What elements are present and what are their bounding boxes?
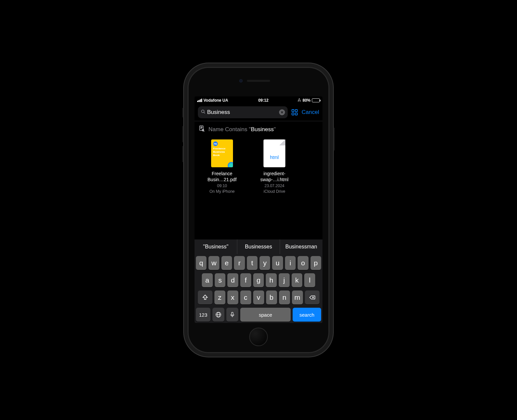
doc-search-icon bbox=[199, 125, 205, 133]
suggestion-2[interactable]: Businesses bbox=[237, 239, 280, 254]
backspace-key[interactable] bbox=[305, 290, 319, 304]
cancel-button[interactable]: Cancel bbox=[302, 109, 319, 116]
key-f[interactable]: f bbox=[240, 273, 251, 287]
file-thumbnail: FB Freelance Business Book bbox=[211, 139, 233, 167]
key-s[interactable]: s bbox=[215, 273, 226, 287]
svg-rect-8 bbox=[200, 126, 203, 131]
predictive-row: "Business" Businesses Businessman bbox=[195, 239, 322, 254]
file-item-pdf[interactable]: FB Freelance Business Book FreelanceBusi… bbox=[201, 139, 244, 194]
svg-rect-7 bbox=[295, 113, 297, 115]
file-name: FreelanceBusin…21.pdf bbox=[207, 171, 237, 183]
key-a[interactable]: a bbox=[202, 273, 213, 287]
file-thumbnail: html bbox=[263, 139, 285, 167]
file-name: ingredient-swap-…i.html bbox=[260, 171, 289, 183]
key-q[interactable]: q bbox=[196, 256, 206, 270]
mute-switch bbox=[183, 108, 184, 118]
key-l[interactable]: l bbox=[304, 273, 315, 287]
key-x[interactable]: x bbox=[227, 290, 238, 304]
files-grid: FB Freelance Business Book FreelanceBusi… bbox=[195, 136, 322, 197]
keyboard: qwertyuiop asdfghjkl zxcvbnm 123 bbox=[195, 254, 322, 323]
globe-key[interactable] bbox=[212, 308, 224, 322]
front-camera bbox=[239, 79, 243, 82]
key-d[interactable]: d bbox=[227, 273, 238, 287]
key-i[interactable]: i bbox=[285, 256, 296, 270]
svg-point-0 bbox=[201, 110, 204, 113]
search-input[interactable] bbox=[207, 109, 279, 116]
key-y[interactable]: y bbox=[259, 256, 270, 270]
cover-badge: FB bbox=[213, 141, 218, 146]
clock: 09:12 bbox=[258, 98, 268, 103]
battery-icon bbox=[312, 98, 320, 102]
numbers-key[interactable]: 123 bbox=[196, 308, 210, 322]
file-location: On My iPhone bbox=[209, 189, 235, 194]
shift-key[interactable] bbox=[198, 290, 212, 304]
search-field[interactable] bbox=[198, 106, 288, 118]
file-time: 23.07.2024 bbox=[264, 184, 284, 188]
svg-line-13 bbox=[203, 131, 204, 132]
speaker-grille bbox=[247, 80, 270, 82]
power-button bbox=[333, 128, 334, 151]
key-j[interactable]: j bbox=[279, 273, 290, 287]
file-item-html[interactable]: html ingredient-swap-…i.html 23.07.2024 … bbox=[253, 139, 296, 194]
search-row: Cancel bbox=[195, 104, 322, 121]
key-z[interactable]: z bbox=[214, 290, 225, 304]
content-spacer bbox=[195, 197, 322, 239]
volume-down-button bbox=[183, 146, 184, 162]
phone-frame: Vodafone UA 09:12 80% bbox=[189, 68, 328, 352]
signal-icon bbox=[197, 99, 202, 102]
space-key[interactable]: space bbox=[240, 308, 291, 322]
file-ext-label: html bbox=[263, 155, 285, 160]
key-b[interactable]: b bbox=[266, 290, 277, 304]
file-location: iCloud Drive bbox=[263, 189, 285, 194]
suggestion-1[interactable]: "Business" bbox=[195, 239, 237, 254]
key-n[interactable]: n bbox=[279, 290, 290, 304]
key-t[interactable]: t bbox=[247, 256, 258, 270]
scope-label: Name Contains "Business" bbox=[208, 126, 276, 133]
volume-up-button bbox=[183, 126, 184, 142]
key-h[interactable]: h bbox=[266, 273, 277, 287]
key-c[interactable]: c bbox=[240, 290, 251, 304]
key-p[interactable]: p bbox=[311, 256, 321, 270]
view-grid-button[interactable] bbox=[291, 109, 298, 116]
key-k[interactable]: k bbox=[292, 273, 303, 287]
key-o[interactable]: o bbox=[298, 256, 308, 270]
cover-title: Freelance Business Book bbox=[213, 147, 225, 157]
key-w[interactable]: w bbox=[208, 256, 219, 270]
svg-rect-4 bbox=[292, 110, 294, 112]
cover-accent bbox=[228, 162, 233, 167]
clear-search-button[interactable] bbox=[279, 109, 285, 115]
carrier-label: Vodafone UA bbox=[203, 98, 228, 103]
location-icon bbox=[297, 98, 301, 103]
file-time: 09:10 bbox=[217, 184, 227, 188]
home-button[interactable] bbox=[249, 328, 268, 346]
search-key[interactable]: search bbox=[293, 308, 321, 322]
key-g[interactable]: g bbox=[253, 273, 264, 287]
svg-rect-6 bbox=[292, 113, 294, 115]
svg-line-1 bbox=[204, 112, 205, 113]
search-icon bbox=[201, 109, 206, 116]
key-u[interactable]: u bbox=[272, 256, 283, 270]
suggestion-3[interactable]: Businessman bbox=[280, 239, 322, 254]
key-e[interactable]: e bbox=[221, 256, 232, 270]
key-r[interactable]: r bbox=[234, 256, 245, 270]
status-bar: Vodafone UA 09:12 80% bbox=[195, 96, 322, 104]
dictation-key[interactable] bbox=[226, 308, 238, 322]
screen: Vodafone UA 09:12 80% bbox=[195, 96, 322, 323]
battery-percent: 80% bbox=[303, 98, 311, 103]
key-v[interactable]: v bbox=[253, 290, 264, 304]
search-scope-row[interactable]: Name Contains "Business" bbox=[195, 121, 322, 136]
svg-rect-5 bbox=[295, 110, 297, 112]
key-m[interactable]: m bbox=[292, 290, 303, 304]
svg-rect-19 bbox=[232, 312, 233, 315]
